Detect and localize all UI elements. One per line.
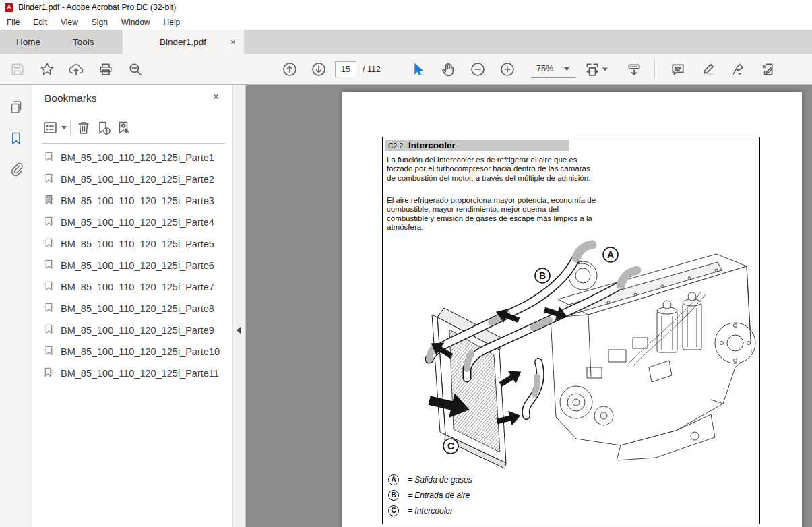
bookmark-icon (44, 303, 53, 315)
scroll-mode-icon[interactable] (627, 62, 642, 77)
menu-view[interactable]: View (54, 15, 85, 30)
menu-sign[interactable]: Sign (85, 15, 115, 30)
bookmark-tagged-icon (44, 367, 53, 380)
bookmarks-close-icon[interactable]: × (213, 91, 219, 103)
bookmark-icon (44, 195, 53, 208)
bookmark-options-icon[interactable] (42, 120, 59, 136)
paragraph: La función del Intercooler es de refrige… (387, 156, 597, 183)
toolbar-divider (654, 60, 655, 79)
legend-key-b: B (388, 490, 399, 501)
menu-window[interactable]: Window (115, 15, 157, 30)
bookmark-icon (44, 173, 53, 186)
bookmark-icon (44, 281, 53, 294)
bookmark-item[interactable]: BM_85_100_110_120_125i_Parte4 (32, 212, 232, 233)
bookmark-icon (44, 259, 53, 272)
bookmark-icon (44, 324, 53, 337)
bookmark-icon (44, 152, 53, 164)
fit-width-chevron-icon[interactable] (602, 67, 608, 71)
bookmark-item[interactable]: BM_85_100_110_120_125i_Parte2 (32, 168, 232, 190)
previous-page-icon[interactable] (282, 62, 297, 77)
tab-document-label: Binder1.pdf (160, 37, 206, 47)
callout-c: C (447, 441, 454, 452)
bookmarks-toolbar-divider (70, 119, 71, 137)
bookmarks-toolbar (32, 117, 232, 140)
comment-icon[interactable] (670, 62, 685, 77)
next-page-icon[interactable] (311, 62, 326, 77)
menu-edit[interactable]: Edit (26, 15, 54, 30)
legend-key-c: C (388, 505, 399, 516)
highlight-icon[interactable] (701, 62, 716, 77)
page-count-label: / 112 (363, 65, 381, 74)
print-icon[interactable] (98, 62, 113, 77)
bookmark-icon (44, 346, 53, 359)
tab-home[interactable]: Home (0, 30, 57, 54)
callout-b: B (539, 270, 546, 281)
main-toolbar: 15 / 112 75% (0, 54, 812, 85)
zoom-level-dropdown[interactable]: 75% (531, 61, 575, 78)
goto-current-bookmark-icon[interactable] (116, 120, 132, 136)
bookmarks-list: BM_85_100_110_120_125i_Parte1 BM_85_100_… (32, 147, 232, 384)
section-heading: C2.2. Intercooler (385, 140, 569, 151)
bookmarks-panel: Bookmarks × BM_85_100_110_120_125i_Parte… (32, 85, 232, 527)
bookmark-item[interactable]: BM_85_100_110_120_125i_Parte6 (32, 255, 232, 276)
bookmark-item[interactable]: BM_85_100_110_120_125i_Parte7 (32, 276, 232, 298)
section-number: C2.2. (388, 142, 405, 150)
zoom-out-icon[interactable] (470, 62, 485, 77)
bookmarks-divider (42, 143, 224, 144)
bookmarks-panel-title: Bookmarks (44, 92, 97, 104)
fill-sign-icon[interactable] (760, 62, 775, 77)
delete-bookmark-icon[interactable] (75, 120, 92, 136)
legend-row: C = Intercooler (388, 503, 472, 518)
bookmark-item[interactable]: BM_85_100_110_120_125i_Parte8 (32, 298, 232, 319)
star-favorite-icon[interactable] (40, 62, 55, 77)
bookmark-icon (44, 238, 53, 251)
fit-width-icon[interactable] (585, 62, 600, 77)
search-icon[interactable] (128, 62, 143, 77)
bookmark-item[interactable]: BM_85_100_110_120_125i_Parte1 (32, 147, 232, 168)
callout-a: A (607, 249, 614, 260)
paragraph: El aire refrigerado proporciona mayor po… (387, 196, 597, 232)
share-cloud-icon[interactable] (69, 62, 84, 77)
menu-bar: File Edit View Sign Window Help (0, 15, 812, 30)
menu-help[interactable]: Help (157, 15, 187, 30)
tab-close-icon[interactable]: × (230, 38, 236, 46)
section-title: Intercooler (408, 140, 456, 150)
legend-text-c: = Intercooler (399, 506, 453, 516)
tab-tools[interactable]: Tools (57, 30, 111, 54)
diagram-legend: A = Salida de gases B = Entrada de aire … (388, 472, 472, 518)
bookmark-options-chevron-icon[interactable] (61, 126, 67, 129)
acrobat-logo-icon: A (5, 3, 13, 12)
bookmark-item[interactable]: BM_85_100_110_120_125i_Parte9 (32, 319, 232, 341)
sign-icon[interactable] (730, 62, 745, 77)
menu-file[interactable]: File (0, 15, 26, 30)
save-icon[interactable] (10, 62, 25, 77)
legend-key-a: A (388, 474, 399, 485)
select-tool-icon[interactable] (411, 62, 426, 77)
zoom-in-icon[interactable] (500, 62, 515, 77)
navigation-icon-strip (0, 85, 32, 527)
attachments-icon[interactable] (9, 162, 24, 177)
bookmark-item[interactable]: BM_85_100_110_120_125i_Parte11 (32, 363, 232, 384)
bookmarks-panel-icon[interactable] (9, 131, 24, 146)
panel-resize-strip[interactable] (232, 85, 246, 527)
collapse-panel-icon[interactable] (237, 326, 241, 334)
bookmark-item[interactable]: BM_85_100_110_120_125i_Parte10 (32, 341, 232, 363)
page-number-input[interactable]: 15 (335, 61, 356, 78)
tab-document[interactable]: Binder1.pdf × (123, 30, 244, 54)
window-title: Binder1.pdf - Adobe Acrobat Pro DC (32-b… (18, 3, 176, 12)
legend-row: A = Salida de gases (388, 472, 472, 487)
document-canvas: C2.2. Intercooler La función del Interco… (246, 85, 812, 527)
hand-tool-icon[interactable] (441, 62, 456, 77)
tab-bar: Home Tools Binder1.pdf × (0, 30, 812, 54)
bookmark-icon (44, 216, 53, 229)
add-bookmark-icon[interactable] (96, 120, 112, 136)
title-bar: A Binder1.pdf - Adobe Acrobat Pro DC (32… (0, 0, 812, 15)
chevron-down-icon (564, 67, 569, 71)
pdf-page: C2.2. Intercooler La función del Interco… (342, 92, 802, 527)
page-thumbnails-icon[interactable] (9, 100, 24, 115)
bookmark-item[interactable]: BM_85_100_110_120_125i_Parte5 (32, 233, 232, 255)
legend-text-b: = Entrada de aire (399, 491, 470, 500)
bookmark-item[interactable]: BM_85_100_110_120_125i_Parte3 (32, 190, 232, 212)
main-area: Bookmarks × BM_85_100_110_120_125i_Parte… (0, 85, 812, 527)
engine-diagram: A B C (406, 235, 757, 471)
